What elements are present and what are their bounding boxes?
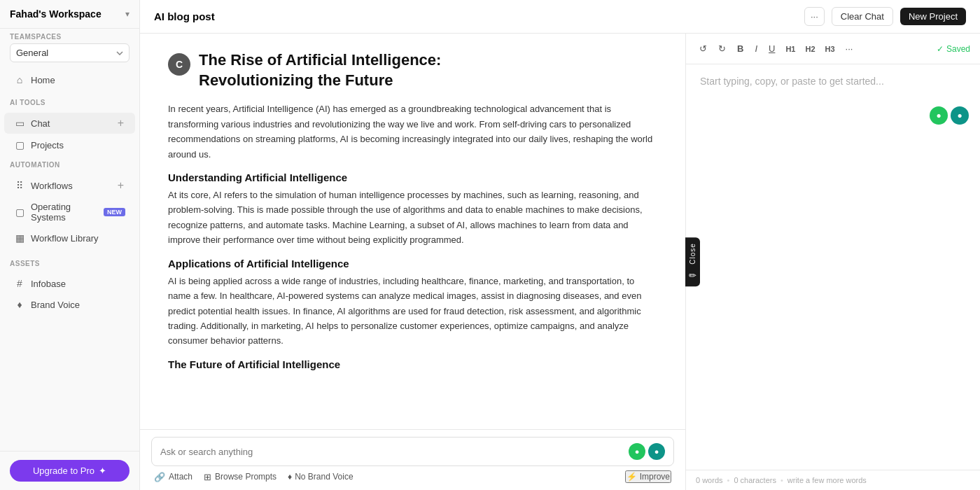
- underline-label: U: [769, 43, 775, 54]
- h3-button[interactable]: H3: [822, 43, 838, 55]
- sidebar-item-chat-label: Chat: [31, 118, 111, 129]
- h1-button[interactable]: H1: [783, 43, 798, 55]
- doc-title-line2: Revolutionizing the Future: [199, 71, 441, 91]
- no-brand-voice-toggle[interactable]: ♦ No Brand Voice: [288, 472, 354, 482]
- sidebar-item-brand-voice-label: Brand Voice: [31, 300, 125, 310]
- sidebar-item-brand-voice[interactable]: ♦ Brand Voice: [4, 295, 135, 314]
- brand-voice-icon: ♦: [14, 299, 25, 310]
- char-count: 0 characters: [734, 476, 776, 484]
- more-options-button[interactable]: ···: [804, 7, 825, 26]
- home-nav: ⌂ Home: [0, 69, 139, 90]
- sidebar-item-projects[interactable]: ▢ Projects: [4, 135, 135, 155]
- no-brand-voice-label: No Brand Voice: [295, 472, 353, 482]
- attach-label: Attach: [169, 472, 192, 482]
- chat-bottom-row: 🔗 Attach ⊞ Browse Prompts ♦ No Brand Voi…: [151, 466, 674, 483]
- right-editor[interactable]: Start typing, copy, or paste to get star…: [686, 64, 980, 470]
- right-footer: 0 words • 0 characters • write a few mor…: [686, 470, 980, 490]
- send-green-button[interactable]: ●: [629, 443, 645, 460]
- browse-prompts-label: Browse Prompts: [215, 472, 276, 482]
- sidebar-item-workflow-library[interactable]: ▦ Workflow Library: [4, 228, 135, 248]
- redo-icon: ↻: [718, 43, 726, 54]
- undo-button[interactable]: ↺: [696, 41, 710, 56]
- os-new-badge: NEW: [104, 208, 125, 216]
- editor-send-icons: ● ●: [930, 106, 969, 125]
- browse-prompts-button[interactable]: ⊞ Browse Prompts: [204, 472, 276, 482]
- add-workflow-icon[interactable]: +: [116, 179, 125, 192]
- footer-sep2: •: [780, 476, 783, 484]
- os-icon: ▢: [14, 206, 25, 218]
- undo-icon: ↺: [699, 43, 707, 54]
- side-handle[interactable]: Close ✏: [685, 237, 700, 286]
- sidebar-item-os-label: Operating Systems: [31, 202, 98, 223]
- chevron-down-icon: ▾: [125, 9, 130, 19]
- clear-chat-button[interactable]: Clear Chat: [832, 7, 893, 26]
- right-toolbar: ↺ ↻ B I U H1 H2 H3 ···: [686, 34, 980, 64]
- saved-label: Saved: [946, 44, 970, 54]
- doc-section1-heading: Understanding Artificial Intelligence: [168, 172, 657, 183]
- chat-search-input[interactable]: [160, 447, 623, 457]
- improve-button[interactable]: ⚡ Improve: [625, 470, 671, 483]
- ai-tools-label: AI Tools: [10, 99, 130, 106]
- assets-section: Assets: [0, 254, 139, 273]
- sidebar-item-chat[interactable]: ▭ Chat +: [4, 113, 135, 134]
- editor-placeholder: Start typing, copy, or paste to get star…: [700, 76, 966, 87]
- chat-input-row: ● ●: [151, 437, 674, 466]
- doc-title-line1: The Rise of Artificial Intelligence:: [199, 50, 441, 71]
- content-area: C The Rise of Artificial Intelligence: R…: [140, 34, 980, 490]
- bold-label: B: [737, 43, 743, 54]
- sidebar-item-infobase[interactable]: # Infobase: [4, 274, 135, 293]
- document-scroll: C The Rise of Artificial Intelligence: R…: [140, 34, 685, 429]
- right-panel: Close ✏ ↺ ↻ B I U H1: [686, 34, 980, 490]
- saved-status: ✓ Saved: [937, 44, 970, 54]
- main-content: AI blog post ··· Clear Chat New Project …: [140, 0, 980, 490]
- doc-section3-heading: The Future of Artificial Intelligence: [168, 358, 657, 370]
- toolbar-more-button[interactable]: ···: [842, 41, 857, 56]
- add-chat-icon[interactable]: +: [116, 117, 125, 130]
- doc-title-block: The Rise of Artificial Intelligence: Rev…: [199, 50, 441, 90]
- check-icon: ✓: [937, 44, 944, 54]
- h2-button[interactable]: H2: [802, 43, 818, 55]
- bold-button[interactable]: B: [734, 41, 747, 56]
- sidebar-item-workflow-library-label: Workflow Library: [31, 233, 125, 244]
- italic-button[interactable]: I: [751, 41, 761, 56]
- underline-button[interactable]: U: [765, 41, 778, 56]
- ai-tools-section: AI Tools: [0, 93, 139, 112]
- document-panel: C The Rise of Artificial Intelligence: R…: [140, 34, 686, 490]
- redo-button[interactable]: ↻: [715, 41, 729, 56]
- sidebar-item-home[interactable]: ⌂ Home: [4, 70, 135, 90]
- automation-section: Automation: [0, 155, 139, 174]
- sidebar-item-home-label: Home: [31, 75, 125, 85]
- footer-sep1: •: [727, 476, 730, 484]
- send-teal-button[interactable]: ●: [648, 443, 665, 460]
- sidebar-footer: Upgrade to Pro ✦: [0, 451, 139, 490]
- editor-teal-icon[interactable]: ●: [951, 106, 969, 125]
- edit-icon: ✏: [689, 270, 696, 281]
- improve-icon: ⚡: [626, 472, 637, 482]
- teamspaces-section: Teamspaces General: [0, 29, 139, 66]
- workflows-icon: ⠿: [14, 180, 25, 191]
- chat-input-bar: ● ● 🔗 Attach ⊞ Browse Prompts ♦: [140, 429, 685, 490]
- sidebar-item-operating-systems[interactable]: ▢ Operating Systems NEW: [4, 197, 135, 227]
- workspace-header[interactable]: Fahad's Workspace ▾: [0, 0, 139, 29]
- attach-icon: 🔗: [154, 472, 165, 482]
- upgrade-to-pro-button[interactable]: Upgrade to Pro ✦: [10, 460, 130, 482]
- editor-green-icon[interactable]: ●: [930, 106, 948, 125]
- sidebar-item-workflows-label: Workflows: [31, 181, 111, 191]
- chat-icon: ▭: [14, 118, 25, 129]
- sidebar-item-workflows[interactable]: ⠿ Workflows +: [4, 175, 135, 196]
- doc-section1-body: At its core, AI refers to the simulation…: [168, 188, 657, 248]
- doc-section2-body: AI is being applied across a wide range …: [168, 274, 657, 349]
- attach-button[interactable]: 🔗 Attach: [154, 472, 192, 482]
- new-project-button[interactable]: New Project: [900, 8, 966, 25]
- automation-label: Automation: [10, 161, 130, 169]
- library-icon: ▦: [14, 232, 25, 244]
- upgrade-label: Upgrade to Pro: [33, 465, 94, 476]
- write-hint: write a few more words: [788, 476, 867, 484]
- close-handle-label: Close: [689, 243, 696, 265]
- italic-label: I: [755, 43, 757, 54]
- sidebar-item-projects-label: Projects: [31, 140, 125, 150]
- doc-intro: In recent years, Artificial Intelligence…: [168, 102, 657, 162]
- main-header: AI blog post ··· Clear Chat New Project: [140, 0, 980, 34]
- teamspace-select[interactable]: General: [10, 43, 130, 62]
- doc-body: In recent years, Artificial Intelligence…: [168, 102, 657, 370]
